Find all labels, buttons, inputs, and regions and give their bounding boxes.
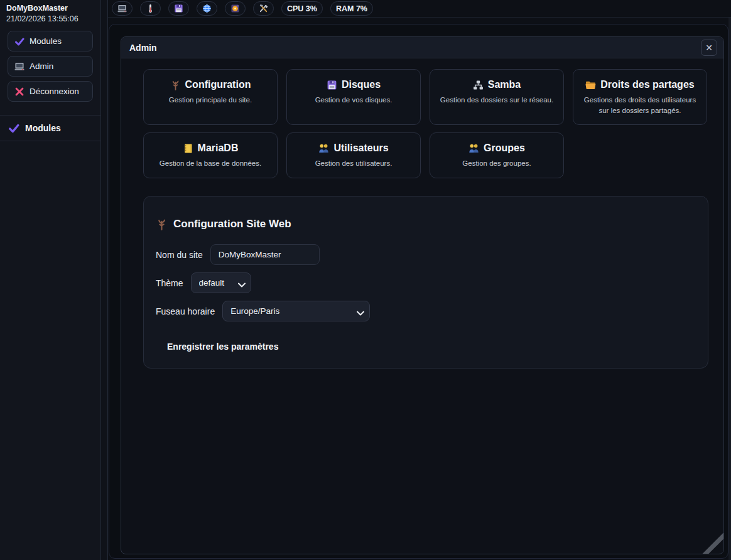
resize-grip	[698, 530, 723, 554]
card-title: Groupes	[484, 143, 525, 154]
network-button[interactable]	[197, 1, 217, 16]
card-title: Configuration	[185, 79, 251, 90]
card-subtitle: Gestion de la base de données.	[149, 158, 272, 169]
tree-icon	[156, 218, 168, 230]
module-cards: Configuration Gestion principale du site…	[143, 69, 710, 178]
card-configuration[interactable]: Configuration Gestion principale du site…	[143, 69, 278, 125]
computer-icon	[117, 4, 127, 13]
window-resize-handle[interactable]	[698, 529, 723, 554]
users-icon	[468, 143, 479, 154]
card-utilisateurs[interactable]: Utilisateurs Gestion des utilisateurs.	[286, 132, 421, 178]
sidebar-item-label: Modules	[30, 36, 62, 46]
card-groupes[interactable]: Groupes Gestion des groupes.	[430, 132, 564, 178]
sidebar-item-logout[interactable]: Déconnexion	[8, 81, 93, 102]
card-title: MariaDB	[198, 143, 239, 154]
card-subtitle: Gestion des groupes.	[435, 158, 558, 169]
sidebar: DoMyBoxMaster 21/02/2026 13:55:06 Module…	[0, 0, 101, 560]
admin-window: Admin ✕ Configuration Gestion principale…	[121, 36, 724, 554]
clock: 21/02/2026 13:55:06	[6, 14, 94, 23]
card-samba[interactable]: Samba Gestion des dossiers sur le réseau…	[430, 69, 564, 125]
window-title: Admin	[129, 43, 701, 53]
card-mariadb[interactable]: MariaDB Gestion de la base de données.	[143, 132, 278, 178]
desktop-area: Admin ✕ Configuration Gestion principale…	[109, 24, 728, 559]
page-scrollbar[interactable]	[728, 18, 731, 560]
floppy-icon	[327, 80, 337, 90]
card-title: Samba	[488, 79, 521, 90]
window-body: Configuration Gestion principale du site…	[121, 58, 723, 554]
notebook-icon	[183, 143, 193, 154]
site-name-input[interactable]	[210, 244, 320, 265]
cpu-badge[interactable]: CPU 3%	[281, 1, 323, 16]
card-disques[interactable]: Disques Gestion de vos disques.	[286, 69, 421, 125]
card-subtitle: Gestion des dossiers sur le réseau.	[435, 95, 558, 105]
theme-select[interactable]: default	[191, 272, 251, 293]
cpu-usage: CPU 3%	[287, 4, 317, 13]
site-name-label: Nom du site	[156, 250, 203, 260]
card-title: Droits des partages	[600, 79, 694, 90]
floppy-icon	[174, 4, 183, 13]
sitemap-icon	[473, 80, 484, 90]
timezone-label: Fuseau horaire	[156, 306, 215, 316]
check-icon	[14, 36, 24, 46]
card-droits-partages[interactable]: Droits des partages Gestions des droits …	[573, 69, 707, 125]
globe-icon	[202, 4, 212, 13]
x-icon	[14, 87, 24, 97]
users-icon	[318, 143, 329, 154]
system-button[interactable]	[112, 1, 133, 16]
theme-label: Thème	[156, 278, 183, 288]
window-titlebar[interactable]: Admin ✕	[121, 37, 723, 58]
sidebar-item-label: Admin	[30, 62, 53, 71]
topbar: CPU 3% RAM 7%	[108, 0, 731, 18]
storage-button[interactable]	[225, 1, 246, 16]
sidebar-section-modules: Modules	[0, 116, 100, 141]
temperature-button[interactable]	[140, 1, 161, 16]
card-subtitle: Gestion principale du site.	[149, 95, 272, 105]
app-title: DoMyBoxMaster	[6, 4, 94, 13]
ram-badge[interactable]: RAM 7%	[330, 1, 373, 16]
card-title: Utilisateurs	[333, 143, 388, 154]
tree-icon	[170, 80, 181, 90]
minidisc-icon	[230, 4, 240, 13]
card-subtitle: Gestion des utilisateurs.	[292, 158, 415, 169]
save-settings-button[interactable]: Enregistrer les paramètres	[167, 338, 278, 355]
sidebar-item-admin[interactable]: Admin	[8, 56, 93, 77]
sidebar-resizer[interactable]	[101, 0, 108, 560]
close-icon[interactable]: ✕	[701, 40, 717, 56]
section-header: Modules	[25, 123, 61, 133]
computer-icon	[14, 62, 24, 72]
disks-button[interactable]	[168, 1, 189, 16]
tools-icon	[259, 4, 268, 13]
card-title: Disques	[342, 79, 381, 90]
timezone-select[interactable]: Europe/Paris	[222, 301, 370, 321]
ram-usage: RAM 7%	[336, 4, 367, 13]
card-subtitle: Gestions des droits des utilisateurs sur…	[578, 95, 701, 116]
card-subtitle: Gestion de vos disques.	[292, 95, 415, 105]
sidebar-item-label: Déconnexion	[30, 87, 79, 96]
check-icon	[8, 122, 19, 134]
sidebar-item-modules[interactable]: Modules	[8, 31, 93, 51]
form-title: Configuration Site Web	[173, 218, 291, 230]
folder-icon	[585, 80, 596, 90]
thermometer-icon	[146, 4, 155, 13]
site-config-panel: Configuration Site Web Nom du site Thème…	[143, 196, 708, 369]
tools-button[interactable]	[253, 1, 274, 16]
